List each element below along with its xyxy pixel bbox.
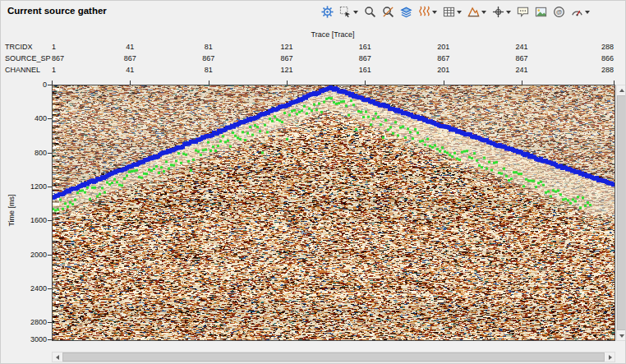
- header-value: 81: [205, 66, 213, 74]
- toolbar: @: [320, 4, 591, 20]
- header-value: 41: [126, 43, 134, 51]
- time-tick-label: 2800: [19, 318, 47, 326]
- header-value: 81: [205, 43, 213, 51]
- svg-text:@: @: [556, 8, 563, 16]
- time-tick-label: 0: [19, 81, 47, 89]
- header-value: 867: [437, 54, 449, 62]
- header-value: 867: [280, 54, 292, 62]
- header-value: 201: [437, 43, 449, 51]
- header-value: 201: [437, 66, 449, 74]
- scroll-right-button[interactable]: [605, 352, 614, 362]
- header-value: 867: [202, 54, 214, 62]
- snapshot-button[interactable]: [533, 4, 549, 20]
- time-tick-label: 400: [19, 114, 47, 122]
- down-arrow-icon: [619, 334, 624, 338]
- time-tick-label: 1200: [19, 182, 47, 191]
- scroll-up-button[interactable]: [617, 85, 626, 94]
- spectrum-button[interactable]: [466, 4, 488, 20]
- app-window: Current source gather @ Trace [Trace] TR…: [0, 0, 626, 364]
- horizontal-scrollbar[interactable]: [52, 352, 615, 362]
- dropdown-caret-icon[interactable]: [481, 11, 486, 14]
- spectrum-icon: [467, 6, 480, 18]
- dropdown-caret-icon[interactable]: [432, 11, 437, 14]
- time-tick-label: 1600: [19, 216, 47, 224]
- horizontal-scroll-thumb[interactable]: [62, 352, 605, 362]
- wiggle-display-button[interactable]: [417, 4, 439, 20]
- header-value: 288: [601, 66, 614, 74]
- header-value: 867: [52, 54, 64, 62]
- header-value: 241: [515, 66, 527, 74]
- trace-header-row-source_sp: SOURCE_SP867867867867867867867866: [1, 54, 626, 64]
- scroll-down-button[interactable]: [617, 331, 626, 340]
- wiggle-display-icon: [418, 6, 430, 18]
- dropdown-caret-icon[interactable]: [585, 11, 590, 14]
- settings-gear-button[interactable]: [320, 4, 335, 20]
- scroll-left-button[interactable]: [53, 352, 62, 362]
- gauge-button[interactable]: [569, 4, 591, 20]
- dropdown-caret-icon[interactable]: [457, 11, 462, 14]
- header-value: 1: [52, 66, 56, 74]
- qc-circle-button[interactable]: @: [551, 4, 567, 20]
- tooltip-button[interactable]: [515, 4, 531, 20]
- header-row-label: CHANNEL: [5, 66, 40, 74]
- header-value: 121: [280, 66, 292, 74]
- zoom-button[interactable]: [362, 4, 378, 20]
- header-value: 867: [515, 54, 527, 62]
- header-row-label: TRCIDX: [5, 43, 33, 51]
- seismic-plot-canvas[interactable]: [52, 85, 615, 341]
- qc-circle-icon: @: [553, 6, 565, 18]
- trace-header-row-trcidx: TRCIDX14181121161201241288: [1, 43, 626, 53]
- header-value: 867: [124, 54, 136, 62]
- header-value: 867: [359, 54, 371, 62]
- header-row-label: SOURCE_SP: [5, 54, 51, 62]
- settings-gear-icon: [321, 6, 334, 18]
- dropdown-caret-icon[interactable]: [506, 11, 511, 14]
- vertical-scrollbar[interactable]: [616, 85, 626, 341]
- zoom-icon: [364, 6, 376, 18]
- right-arrow-icon: [609, 355, 612, 360]
- tooltip-icon: [517, 6, 529, 18]
- layers-icon: [400, 6, 412, 18]
- trace-axis-title: Trace [Trace]: [52, 30, 614, 39]
- header-value: 121: [280, 43, 292, 51]
- zoom-select-icon: [382, 6, 394, 18]
- time-tick-label: 2400: [19, 284, 47, 293]
- crosshair-icon: [492, 6, 504, 18]
- header-value: 241: [515, 43, 527, 51]
- header-value: 288: [601, 43, 614, 51]
- vertical-scroll-thumb[interactable]: [617, 95, 626, 330]
- grid-display-icon: [443, 6, 455, 18]
- header-value: 41: [126, 66, 134, 74]
- time-tick-label: 2000: [19, 251, 47, 259]
- time-tick-label: 3000: [19, 335, 47, 343]
- grid-display-button[interactable]: [441, 4, 463, 20]
- zoom-select-button[interactable]: [380, 4, 396, 20]
- trace-header-row-channel: CHANNEL14181121161201241288: [1, 66, 626, 76]
- pick-mode-icon: [339, 6, 352, 18]
- up-arrow-icon: [619, 89, 624, 92]
- layers-button[interactable]: [398, 4, 414, 20]
- header-value: 161: [359, 66, 371, 74]
- window-title: Current source gather: [7, 6, 107, 16]
- header-value: 161: [359, 43, 371, 51]
- crosshair-button[interactable]: [490, 4, 513, 20]
- left-arrow-icon: [56, 355, 59, 360]
- header-value: 1: [52, 43, 56, 51]
- gauge-icon: [571, 6, 583, 18]
- pick-mode-button[interactable]: [338, 4, 360, 20]
- dropdown-caret-icon[interactable]: [353, 11, 358, 14]
- time-tick-label: 800: [19, 149, 47, 157]
- time-axis-label: Time [ms]: [7, 182, 16, 239]
- snapshot-icon: [535, 6, 547, 18]
- header-value: 866: [601, 54, 614, 62]
